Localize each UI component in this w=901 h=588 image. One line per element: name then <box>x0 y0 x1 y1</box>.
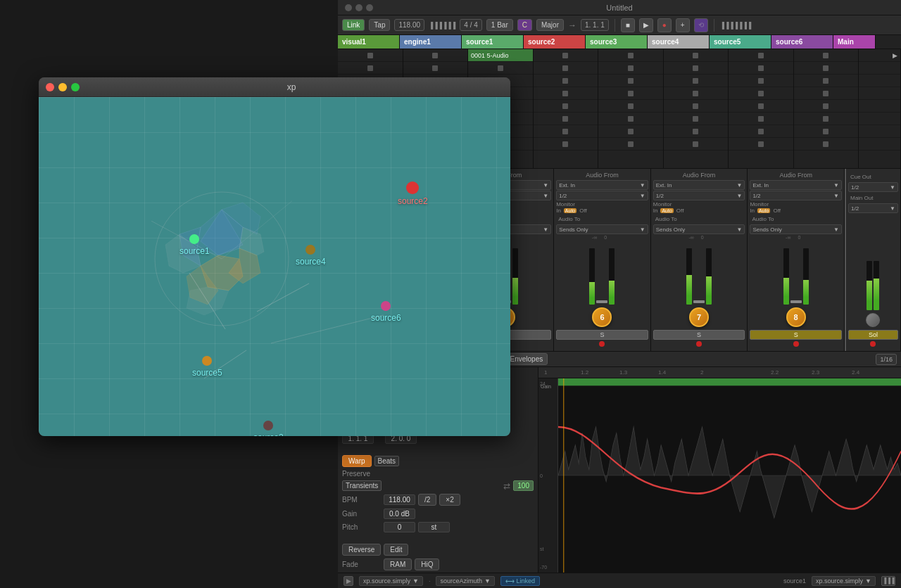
clip-slot[interactable] <box>794 62 859 75</box>
meter-display[interactable]: 4 / 4 <box>460 19 481 31</box>
warp-button[interactable]: Warp <box>342 455 372 467</box>
loop-val[interactable]: 100 <box>513 480 534 491</box>
beats-dropdown[interactable]: Beats <box>374 456 400 466</box>
clip-slot[interactable]: ▶ <box>859 49 900 62</box>
hiq-button[interactable]: HiQ <box>415 558 439 570</box>
channel-number-knob[interactable]: 8 <box>786 307 806 327</box>
track-header-engine1[interactable]: engine1 <box>400 35 462 49</box>
stop-button[interactable]: ■ <box>621 18 635 32</box>
ch-input-dropdown[interactable]: Ext. In ▼ <box>750 180 842 190</box>
loop-toggle[interactable]: ⟲ <box>694 18 708 32</box>
clip-slot[interactable] <box>729 62 793 75</box>
clip-filled-slot[interactable]: 0001 5-Audio <box>468 49 533 62</box>
clip-slot[interactable] <box>534 125 598 138</box>
clip-slot[interactable] <box>598 62 663 75</box>
ch-input-dropdown[interactable]: Ext. In ▼ <box>653 180 745 190</box>
ch-auto-label[interactable]: Auto <box>660 208 673 213</box>
main-solo-button[interactable]: Sol <box>848 330 898 340</box>
clip-slot[interactable] <box>794 100 859 113</box>
ch-input2-dropdown[interactable]: 1/2 ▼ <box>750 191 842 200</box>
clip-slot[interactable] <box>859 75 900 87</box>
clip-slot[interactable] <box>534 113 598 125</box>
main-record-dot[interactable] <box>870 341 876 347</box>
mixer-icon-btn[interactable]: ▐▐▐ <box>881 576 895 586</box>
clip-slot[interactable] <box>664 100 729 113</box>
clip-slot[interactable] <box>468 62 533 75</box>
clip-slot[interactable] <box>338 49 403 62</box>
ableton-maximize[interactable] <box>366 4 373 11</box>
reverse-button[interactable]: Reverse <box>342 544 381 556</box>
clip-slot[interactable] <box>403 62 468 75</box>
clip-slot[interactable] <box>794 87 859 100</box>
main-out-dropdown[interactable]: 1/2 ▼ <box>848 203 898 213</box>
clip-slot[interactable] <box>729 113 793 125</box>
clip-slot[interactable] <box>534 138 598 151</box>
link-button[interactable]: Link <box>342 19 365 31</box>
clip-slot[interactable] <box>403 49 468 62</box>
source3-node[interactable]: source3 <box>253 421 284 436</box>
div2-btn[interactable]: /2 <box>418 494 436 506</box>
maximize-button[interactable] <box>71 83 80 91</box>
clip-slot[interactable] <box>534 62 598 75</box>
clip-slot[interactable] <box>664 125 729 138</box>
ch-record-dot[interactable] <box>599 341 605 347</box>
clip-slot[interactable] <box>664 49 729 62</box>
clip-slot[interactable] <box>729 75 793 87</box>
envelopes-btn[interactable]: Envelopes <box>505 353 548 365</box>
minimize-button[interactable] <box>58 83 67 91</box>
clip-slot[interactable] <box>534 49 598 62</box>
waveform-view[interactable]: 24 0 -70 st Gain <box>538 378 901 573</box>
bpm-value[interactable]: 118.00 <box>384 494 415 505</box>
x2-btn[interactable]: ×2 <box>439 494 460 506</box>
clip-slot[interactable] <box>794 125 859 138</box>
channel-number-knob[interactable]: 6 <box>592 307 612 327</box>
clip-slot[interactable] <box>598 100 663 113</box>
clip-slot[interactable] <box>534 100 598 113</box>
fader-handle[interactable] <box>790 300 802 303</box>
ch-s-button[interactable]: S <box>653 330 745 340</box>
ch-s-button[interactable]: S <box>556 330 648 340</box>
source1-node[interactable]: source1 <box>179 234 210 256</box>
source6-node[interactable]: source6 <box>371 301 401 323</box>
source5-node[interactable]: source5 <box>192 356 222 378</box>
ableton-minimize[interactable] <box>355 4 363 11</box>
edit-button[interactable]: Edit <box>384 544 408 556</box>
play-button[interactable]: ▶ <box>639 18 653 32</box>
clip-slot[interactable] <box>598 125 663 138</box>
clip-slot[interactable] <box>729 100 793 113</box>
ch-input-dropdown[interactable]: Ext. In ▼ <box>556 180 648 190</box>
clip-slot[interactable] <box>794 75 859 87</box>
clip-slot[interactable] <box>729 49 793 62</box>
ram-button[interactable]: RAM <box>384 558 412 570</box>
ch-input2-dropdown[interactable]: 1/2 ▼ <box>653 191 745 200</box>
ch-sends-only-dropdown[interactable]: Sends Only ▼ <box>750 224 842 234</box>
clip-slot[interactable] <box>794 138 859 151</box>
bpm-display[interactable]: 118.00 <box>394 19 424 31</box>
bar-selector[interactable]: 1 Bar <box>486 19 513 31</box>
clip-slot[interactable] <box>794 113 859 125</box>
clip-slot[interactable] <box>859 138 900 151</box>
clip-slot[interactable] <box>729 87 793 100</box>
ch-record-dot[interactable] <box>793 341 799 347</box>
clip-slot[interactable] <box>534 75 598 87</box>
clip-slot[interactable] <box>664 62 729 75</box>
clip-slot[interactable] <box>859 62 900 75</box>
transients-dropdown[interactable]: Transients <box>342 480 382 491</box>
scale-button[interactable]: Major <box>536 19 564 31</box>
clip-slot[interactable] <box>664 113 729 125</box>
main-knob[interactable] <box>866 313 880 327</box>
ch-sends-only-dropdown[interactable]: Sends Only ▼ <box>556 224 648 234</box>
fader-handle[interactable] <box>596 300 607 303</box>
channel-number-knob[interactable]: 7 <box>689 307 709 327</box>
clip-slot[interactable] <box>598 87 663 100</box>
clip-slot[interactable] <box>664 87 729 100</box>
ch-sends-only-dropdown[interactable]: Sends Only ▼ <box>653 224 745 234</box>
clip-slot[interactable] <box>664 138 729 151</box>
close-button[interactable] <box>46 83 54 91</box>
clip-slot[interactable] <box>859 100 900 113</box>
tap-button[interactable]: Tap <box>369 19 390 31</box>
track-header-source4[interactable]: source4 <box>648 35 710 49</box>
clip-slot[interactable] <box>338 62 403 75</box>
track-header-source1[interactable]: source1 <box>462 35 524 49</box>
track-header-source5[interactable]: source5 <box>710 35 771 49</box>
